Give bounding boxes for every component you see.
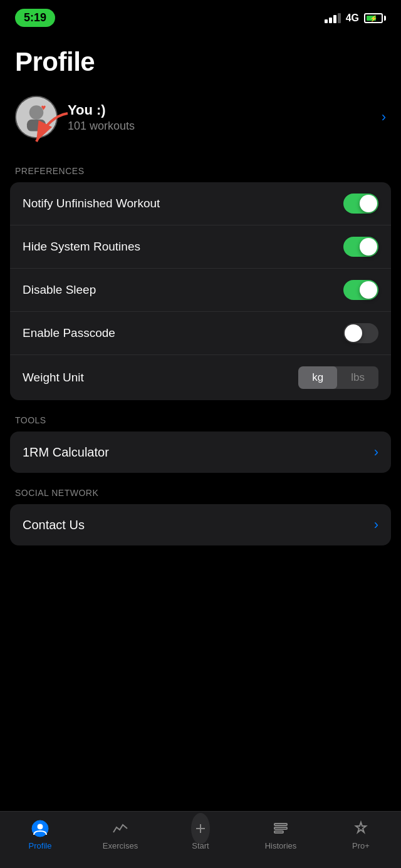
notify-unfinished-label: Notify Unfinished Workout (23, 197, 160, 210)
contact-us-label: Contact Us (23, 518, 85, 532)
notify-unfinished-toggle[interactable] (343, 194, 378, 214)
status-time: 5:19 (15, 9, 55, 27)
tab-profile-label: Profile (29, 841, 52, 850)
signal-bar-3 (333, 15, 336, 23)
toggle-knob (360, 281, 377, 299)
weight-unit-row[interactable]: Weight Unit kg lbs (10, 355, 391, 400)
contact-us-chevron-icon: › (374, 517, 378, 533)
weight-unit-selector[interactable]: kg lbs (298, 366, 378, 389)
svg-rect-10 (274, 824, 287, 825)
red-arrow-icon (11, 107, 86, 157)
network-label: 4G (346, 13, 359, 24)
tab-histories[interactable]: Histories (241, 819, 321, 850)
tab-pro[interactable]: Pro+ (321, 819, 401, 850)
1rm-calculator-label: 1RM Calculator (23, 445, 109, 460)
tab-bar: Profile Exercises Start (0, 811, 401, 868)
svg-point-7 (37, 824, 43, 830)
1rm-calculator-row[interactable]: 1RM Calculator › (10, 431, 391, 473)
notify-unfinished-row[interactable]: Notify Unfinished Workout (10, 182, 391, 225)
histories-tab-icon (271, 819, 290, 838)
hide-system-routines-label: Hide System Routines (23, 240, 140, 254)
enable-passcode-toggle[interactable] (343, 323, 378, 343)
user-workouts: 101 workouts (68, 120, 382, 133)
profile-tab-icon (31, 819, 49, 838)
user-info: You :) 101 workouts (68, 102, 382, 133)
signal-bar-2 (329, 18, 332, 23)
toggle-knob (360, 238, 377, 256)
tab-exercises[interactable]: Exercises (80, 819, 160, 850)
user-profile-chevron-icon: › (382, 109, 386, 125)
exercises-tab-icon (111, 819, 130, 838)
svg-rect-12 (274, 831, 283, 833)
enable-passcode-row[interactable]: Enable Passcode (10, 312, 391, 355)
signal-bar-1 (325, 19, 328, 23)
status-bar: 5:19 4G ⚡ (0, 0, 401, 32)
start-tab-icon (191, 819, 210, 838)
tab-start-label: Start (192, 841, 209, 850)
battery-tip (384, 16, 386, 21)
contact-us-row[interactable]: Contact Us › (10, 504, 391, 545)
unit-lbs-button[interactable]: lbs (337, 366, 378, 389)
battery-icon: ⚡ (364, 13, 386, 23)
tab-profile[interactable]: Profile (0, 819, 80, 850)
tab-pro-label: Pro+ (352, 841, 370, 850)
battery-bolt-icon: ⚡ (370, 14, 377, 21)
disable-sleep-toggle[interactable] (343, 280, 378, 300)
pro-tab-icon (352, 819, 370, 838)
signal-bar-4 (338, 13, 341, 23)
social-network-card: Contact Us › (10, 504, 391, 545)
hide-system-routines-toggle[interactable] (343, 237, 378, 257)
toggle-knob (360, 195, 377, 212)
tools-card: 1RM Calculator › (10, 431, 391, 473)
svg-rect-11 (274, 827, 287, 829)
hide-system-routines-row[interactable]: Hide System Routines (10, 225, 391, 269)
1rm-calculator-chevron-icon: › (374, 444, 378, 460)
unit-kg-button[interactable]: kg (298, 366, 337, 389)
tab-exercises-label: Exercises (103, 841, 138, 850)
tab-start[interactable]: Start (160, 819, 241, 850)
battery-body: ⚡ (364, 13, 383, 23)
tab-histories-label: Histories (265, 841, 297, 850)
status-right: 4G ⚡ (325, 13, 386, 24)
signal-bars-icon (325, 13, 341, 23)
social-network-section-label: SOCIAL NETWORK (0, 473, 401, 504)
disable-sleep-row[interactable]: Disable Sleep (10, 269, 391, 312)
toggle-knob (345, 324, 362, 342)
disable-sleep-label: Disable Sleep (23, 283, 96, 297)
user-name: You :) (68, 102, 382, 118)
tools-section-label: TOOLS (0, 400, 401, 431)
preferences-card: Notify Unfinished Workout Hide System Ro… (10, 182, 391, 400)
enable-passcode-label: Enable Passcode (23, 326, 115, 340)
weight-unit-label: Weight Unit (23, 371, 84, 385)
page-title: Profile (0, 32, 401, 90)
